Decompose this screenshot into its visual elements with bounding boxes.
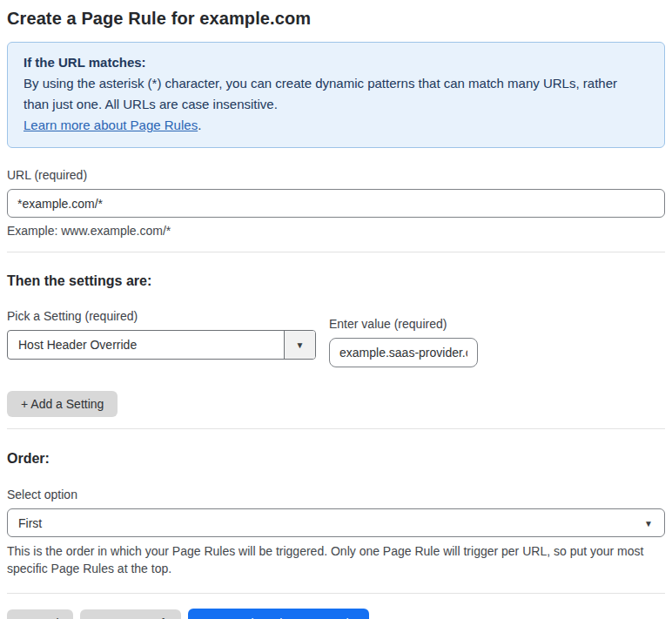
add-setting-button[interactable]: + Add a Setting [7, 391, 118, 417]
chevron-down-icon: ▼ [644, 518, 653, 528]
divider [7, 252, 665, 252]
divider [7, 428, 665, 429]
pick-setting-label: Pick a Setting (required) [7, 309, 316, 323]
learn-more-page-rules-link[interactable]: Learn more about Page Rules [24, 118, 198, 132]
order-select[interactable]: First ▼ [7, 508, 665, 537]
cancel-button[interactable]: Cancel [7, 609, 73, 619]
url-input[interactable] [7, 189, 665, 218]
setting-value-input[interactable] [329, 338, 478, 367]
order-description-text: This is the order in which your Page Rul… [7, 542, 651, 577]
info-callout-body: By using the asterisk (*) character, you… [24, 73, 642, 115]
pick-setting-column: Pick a Setting (required) Host Header Ov… [7, 309, 316, 360]
order-selected-value: First [18, 516, 42, 530]
save-and-deploy-button[interactable]: Save and Deploy Page Rule [188, 609, 369, 619]
pick-setting-select[interactable]: Host Header Override ▼ [7, 330, 316, 360]
enter-value-column: Enter value (required) [329, 317, 478, 367]
info-callout-heading: If the URL matches: [24, 52, 648, 73]
order-select-label: Select option [7, 488, 665, 501]
order-section-heading: Order: [7, 451, 665, 467]
pick-setting-selected-value: Host Header Override [8, 331, 284, 359]
url-field-label: URL (required) [7, 168, 665, 182]
create-page-rule-form: Create a Page Rule for example.com If th… [0, 0, 672, 619]
chevron-down-icon: ▼ [284, 331, 315, 359]
divider [7, 593, 665, 594]
url-match-info-callout: If the URL matches: By using the asteris… [7, 42, 665, 148]
page-title: Create a Page Rule for example.com [7, 9, 665, 29]
footer-actions: Cancel Save as Draft Save and Deploy Pag… [7, 609, 665, 619]
url-example-helper-text: Example: www.example.com/* [7, 224, 665, 238]
settings-section-heading: Then the settings are: [7, 273, 665, 289]
save-as-draft-button[interactable]: Save as Draft [80, 609, 182, 619]
info-callout-link-line: Learn more about Page Rules. [24, 115, 648, 136]
settings-row: Pick a Setting (required) Host Header Ov… [7, 309, 665, 367]
enter-value-label: Enter value (required) [329, 317, 478, 331]
url-section: URL (required) Example: www.example.com/… [7, 168, 665, 238]
link-suffix-period: . [198, 118, 201, 132]
